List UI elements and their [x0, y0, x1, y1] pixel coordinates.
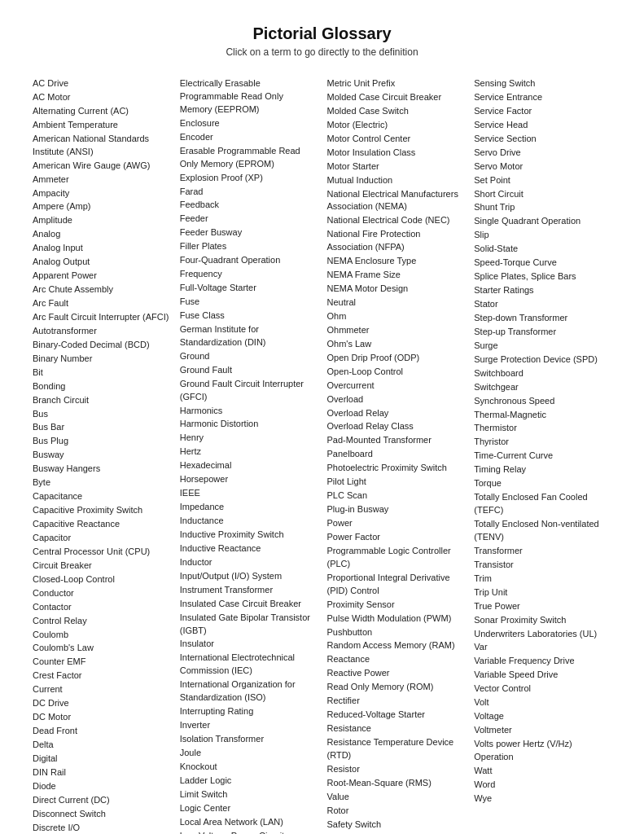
- glossary-term[interactable]: DC Motor: [33, 711, 170, 724]
- glossary-term[interactable]: Autotransformer: [33, 325, 170, 338]
- glossary-term[interactable]: Stator: [474, 298, 611, 311]
- glossary-term[interactable]: Overload: [327, 393, 465, 406]
- glossary-term[interactable]: Ammeter: [33, 173, 170, 187]
- glossary-term[interactable]: Ground Fault Circuit Interrupter (GFCI): [180, 378, 318, 404]
- glossary-term[interactable]: Amplitude: [33, 214, 170, 227]
- glossary-term[interactable]: Conductor: [33, 587, 170, 600]
- glossary-term[interactable]: Volts power Hertz (V/Hz) Operation: [474, 738, 611, 764]
- glossary-term[interactable]: Motor Starter: [327, 160, 465, 173]
- glossary-term[interactable]: Pilot Light: [327, 476, 465, 489]
- glossary-term[interactable]: Hertz: [180, 446, 318, 459]
- glossary-term[interactable]: Control Relay: [33, 615, 170, 628]
- glossary-term[interactable]: Henry: [180, 432, 318, 445]
- glossary-term[interactable]: Reactance: [327, 653, 465, 666]
- glossary-term[interactable]: Proximity Sensor: [327, 599, 465, 612]
- glossary-term[interactable]: Discrete I/O: [33, 822, 170, 834]
- glossary-term[interactable]: Interrupting Rating: [180, 705, 318, 718]
- glossary-term[interactable]: Circuit Breaker: [33, 560, 170, 573]
- glossary-term[interactable]: Branch Circuit: [33, 394, 170, 407]
- glossary-term[interactable]: Service Section: [474, 133, 611, 146]
- glossary-term[interactable]: Analog Output: [33, 256, 170, 269]
- glossary-term[interactable]: Resistance: [327, 722, 465, 735]
- glossary-term[interactable]: Bonding: [33, 380, 170, 393]
- glossary-term[interactable]: Capacitive Reactance: [33, 518, 170, 531]
- glossary-term[interactable]: Coulomb's Law: [33, 642, 170, 655]
- glossary-term[interactable]: AC Motor: [33, 91, 170, 104]
- glossary-term[interactable]: Vector Control: [474, 683, 611, 696]
- glossary-term[interactable]: Crest Factor: [33, 669, 170, 683]
- glossary-term[interactable]: Enclosure: [180, 117, 318, 130]
- glossary-term[interactable]: Motor (Electric): [327, 119, 465, 132]
- glossary-term[interactable]: Bit: [33, 367, 170, 380]
- glossary-term[interactable]: Limit Switch: [180, 788, 318, 801]
- glossary-term[interactable]: Coulomb: [33, 629, 170, 642]
- glossary-term[interactable]: Service Entrance: [474, 91, 611, 104]
- glossary-term[interactable]: Farad: [180, 186, 318, 199]
- glossary-term[interactable]: Thyristor: [474, 436, 611, 449]
- glossary-term[interactable]: Ground Fault: [180, 364, 318, 377]
- glossary-term[interactable]: Word: [474, 779, 611, 792]
- glossary-term[interactable]: Low Voltage Power Circuit Breaker: [180, 830, 318, 834]
- glossary-term[interactable]: Inverter: [180, 719, 318, 732]
- glossary-term[interactable]: Time-Current Curve: [474, 450, 611, 463]
- glossary-term[interactable]: Isolation Transformer: [180, 733, 318, 746]
- glossary-term[interactable]: Motor Insulation Class: [327, 147, 465, 160]
- glossary-term[interactable]: Root-Mean-Square (RMS): [327, 777, 465, 790]
- glossary-term[interactable]: DIN Rail: [33, 766, 170, 779]
- glossary-term[interactable]: Analog Input: [33, 242, 170, 255]
- glossary-term[interactable]: Transistor: [474, 559, 611, 572]
- glossary-term[interactable]: NEMA Motor Design: [327, 283, 465, 296]
- glossary-term[interactable]: DC Drive: [33, 697, 170, 710]
- glossary-term[interactable]: Explosion Proof (XP): [180, 172, 318, 185]
- glossary-term[interactable]: Panelboard: [327, 448, 465, 461]
- glossary-term[interactable]: Instrument Transformer: [180, 584, 318, 597]
- glossary-term[interactable]: American National Standards Institute (A…: [33, 133, 170, 159]
- glossary-term[interactable]: Open-Loop Control: [327, 366, 465, 379]
- glossary-term[interactable]: Insulated Case Circuit Breaker: [180, 598, 318, 611]
- glossary-term[interactable]: Set Point: [474, 174, 611, 187]
- glossary-term[interactable]: Transformer: [474, 545, 611, 558]
- glossary-term[interactable]: Molded Case Circuit Breaker: [327, 91, 465, 104]
- glossary-term[interactable]: Timing Relay: [474, 463, 611, 476]
- glossary-term[interactable]: Speed-Torque Curve: [474, 257, 611, 270]
- glossary-term[interactable]: Ambient Temperature: [33, 119, 170, 132]
- glossary-term[interactable]: Overload Relay Class: [327, 420, 465, 433]
- glossary-term[interactable]: Bus: [33, 408, 170, 421]
- glossary-term[interactable]: Variable Speed Drive: [474, 669, 611, 682]
- glossary-term[interactable]: Wye: [474, 792, 611, 805]
- glossary-term[interactable]: Servo Motor: [474, 160, 611, 173]
- glossary-term[interactable]: Thermal-Magnetic: [474, 409, 611, 422]
- glossary-term[interactable]: Arc Fault Circuit Interrupter (AFCI): [33, 311, 170, 324]
- glossary-term[interactable]: Motor Control Center: [327, 133, 465, 146]
- glossary-term[interactable]: International Electrotechnical Commissio…: [180, 652, 318, 678]
- glossary-term[interactable]: Apparent Power: [33, 270, 170, 283]
- glossary-term[interactable]: Digital: [33, 753, 170, 766]
- glossary-term[interactable]: Read Only Memory (ROM): [327, 681, 465, 694]
- glossary-term[interactable]: Rotor: [327, 805, 465, 818]
- glossary-term[interactable]: Inductive Reactance: [180, 542, 318, 555]
- glossary-term[interactable]: Servo Drive: [474, 147, 611, 160]
- glossary-term[interactable]: Direct Current (DC): [33, 794, 170, 807]
- glossary-term[interactable]: Ground: [180, 350, 318, 363]
- glossary-term[interactable]: Reduced-Voltage Starter: [327, 709, 465, 722]
- glossary-term[interactable]: Current: [33, 683, 170, 696]
- glossary-term[interactable]: Mutual Induction: [327, 174, 465, 187]
- glossary-term[interactable]: Knockout: [180, 761, 318, 774]
- glossary-term[interactable]: Arc Chute Assembly: [33, 283, 170, 296]
- glossary-term[interactable]: Random Access Memory (RAM): [327, 639, 465, 652]
- glossary-term[interactable]: Step-up Transformer: [474, 326, 611, 339]
- glossary-term[interactable]: Impedance: [180, 501, 318, 514]
- glossary-term[interactable]: Totally Enclosed Non-ventilated (TENV): [474, 518, 611, 544]
- glossary-term[interactable]: Feeder Busway: [180, 226, 318, 239]
- glossary-term[interactable]: Var: [474, 641, 611, 654]
- glossary-term[interactable]: International Organization for Standardi…: [180, 678, 318, 705]
- glossary-term[interactable]: Ampere (Amp): [33, 200, 170, 213]
- glossary-term[interactable]: National Electrical Manufacturers Associ…: [327, 188, 465, 214]
- glossary-term[interactable]: Capacitor: [33, 532, 170, 545]
- glossary-term[interactable]: Starter Ratings: [474, 284, 611, 297]
- glossary-term[interactable]: NEMA Frame Size: [327, 269, 465, 282]
- glossary-term[interactable]: Thermistor: [474, 422, 611, 435]
- glossary-term[interactable]: Slip: [474, 229, 611, 242]
- glossary-term[interactable]: Voltage: [474, 710, 611, 723]
- glossary-term[interactable]: Filler Plates: [180, 240, 318, 253]
